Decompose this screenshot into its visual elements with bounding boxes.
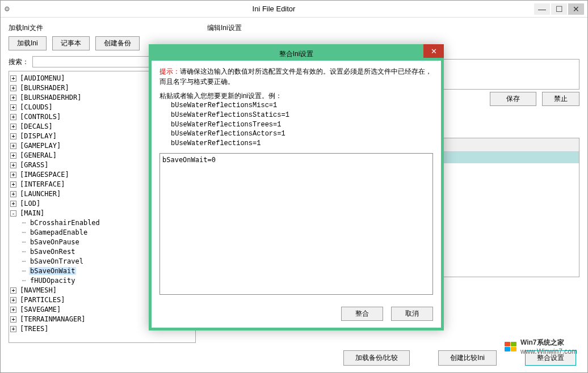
tree-item-label[interactable]: bSaveOnTravel [29, 257, 85, 265]
tree-section-label[interactable]: [LAUNCHER] [19, 190, 62, 198]
expand-icon[interactable]: + [10, 95, 16, 101]
stop-button[interactable]: 禁止 [542, 92, 579, 106]
expand-icon[interactable]: + [10, 191, 16, 197]
example-block: bUseWaterReflectionsMisc=1bUseWaterRefle… [171, 101, 433, 149]
expand-icon[interactable]: + [10, 143, 16, 149]
example-line: bUseWaterReflectionsTrees=1 [171, 120, 433, 130]
expand-icon[interactable]: + [10, 181, 16, 188]
notepad-button[interactable]: 记事本 [52, 36, 90, 50]
example-line: bUseWaterReflectionsActors=1 [171, 129, 433, 139]
expand-icon[interactable]: + [10, 133, 16, 139]
create-backup-button[interactable]: 创建备份 [95, 36, 140, 50]
expand-icon[interactable]: + [10, 326, 16, 332]
tree-section-label[interactable]: [DECALS] [19, 122, 54, 130]
example-line: bUseWaterReflectionsStatics=1 [171, 111, 433, 120]
window-title: Ini File Editor [15, 5, 533, 13]
windows-flag-icon [505, 342, 518, 352]
gear-icon: ⚙ [4, 5, 10, 13]
dialog-title: 整合Ini设置 [279, 49, 314, 59]
hint-text: 提示：请确保这边输入的数值对所选配置文件是有效的。设置必须是所选文件中已经存在，… [159, 66, 433, 87]
edit-group-title: 编辑Ini设置 [207, 23, 579, 33]
watermark-url: www.Winwin7.com [520, 347, 577, 355]
tree-section-label[interactable]: [DISPLAY] [19, 132, 58, 140]
watermark-title: Win7系统之家 [520, 338, 564, 346]
load-backup-compare-button[interactable]: 加载备份/比较 [343, 350, 410, 366]
tree-item-label[interactable]: bSaveOnRest [29, 248, 76, 256]
tree-section-label[interactable]: [GAMEPLAY] [19, 142, 62, 150]
tree-section-label[interactable]: [GENERAL] [19, 151, 58, 159]
titlebar: ⚙ Ini File Editor — ☐ ✕ [1, 1, 587, 18]
tree-section-label[interactable]: [INTERFACE] [19, 180, 66, 188]
paste-label: 粘贴或者输入您想要更新的ini设置。例： [159, 91, 433, 101]
tree-section-label[interactable]: [MAIN] [19, 209, 45, 217]
hint-body: 请确保这边输入的数值对所选配置文件是有效的。设置必须是所选文件中已经存在，而且名… [159, 67, 432, 86]
expand-icon[interactable]: + [10, 104, 16, 111]
example-line: bUseWaterReflections=1 [171, 139, 433, 149]
tree-item-label[interactable]: bSaveOnWait [29, 267, 76, 275]
tree-section-label[interactable]: [BLURSHADER] [19, 84, 70, 92]
tree-section-label[interactable]: [CONTROLS] [19, 113, 62, 121]
search-label: 搜索： [9, 57, 29, 67]
integrate-button[interactable]: 整合 [341, 307, 383, 321]
tree-section-label[interactable]: [NAVMESH] [19, 286, 58, 294]
expand-icon[interactable]: + [10, 124, 16, 130]
expand-icon[interactable]: + [10, 172, 16, 178]
expand-icon[interactable]: + [10, 316, 16, 323]
create-compare-ini-button[interactable]: 创建比较Ini [438, 350, 497, 366]
tree-item-label[interactable]: bCrosshairEnabled [29, 219, 101, 227]
example-line: bUseWaterReflectionsMisc=1 [171, 101, 433, 111]
expand-icon[interactable]: + [10, 85, 16, 91]
minimize-button[interactable]: — [534, 3, 550, 15]
expand-icon[interactable]: + [10, 297, 16, 303]
maximize-button[interactable]: ☐ [551, 3, 567, 15]
tree-section-label[interactable]: [GRASS] [19, 161, 50, 169]
load-ini-button[interactable]: 加载Ini [9, 36, 47, 50]
close-button[interactable]: ✕ [568, 3, 584, 15]
expand-icon[interactable]: + [10, 287, 16, 294]
tree-item-label[interactable]: bSaveOnPause [29, 238, 81, 246]
save-button[interactable]: 保存 [490, 92, 536, 106]
expand-icon[interactable]: + [10, 75, 16, 82]
dialog-body: 提示：请确保这边输入的数值对所选配置文件是有效的。设置必须是所选文件中已经存在，… [152, 61, 441, 302]
tree-section-label[interactable]: [TREES] [19, 325, 50, 333]
tree-section-label[interactable]: [TERRAINMANAGER] [19, 315, 87, 323]
tree-section-label[interactable]: [AUDIOMENU] [19, 74, 66, 82]
tree-item-label[interactable]: bGamepadEnable [29, 228, 89, 236]
collapse-icon[interactable]: - [10, 210, 16, 217]
dialog-titlebar: 整合Ini设置 ✕ [152, 47, 441, 61]
load-group-title: 加载Ini文件 [9, 23, 196, 33]
tree-item-label[interactable]: fHUDOpacity [29, 277, 76, 285]
hint-prefix: 提示： [159, 67, 180, 75]
tree-section-label[interactable]: [IMAGESPACE] [19, 171, 70, 179]
watermark: Win7系统之家 www.Winwin7.com [505, 338, 577, 355]
tree-section-label[interactable]: [BLURSHADERHDR] [19, 94, 82, 101]
expand-icon[interactable]: + [10, 114, 16, 120]
tree-section-label[interactable]: [CLOUDS] [19, 103, 54, 111]
expand-icon[interactable]: + [10, 307, 16, 313]
dialog-button-row: 整合 取消 [152, 302, 441, 328]
expand-icon[interactable]: + [10, 152, 16, 159]
tree-section-label[interactable]: [SAVEGAME] [19, 306, 62, 313]
expand-icon[interactable]: + [10, 201, 16, 207]
dialog-close-button[interactable]: ✕ [423, 44, 444, 58]
tree-section-label[interactable]: [LOD] [19, 200, 41, 207]
cancel-button[interactable]: 取消 [391, 307, 433, 321]
tree-section-label[interactable]: [PARTICLES] [19, 296, 66, 304]
settings-textarea[interactable] [159, 153, 433, 295]
integrate-dialog: 整合Ini设置 ✕ 提示：请确保这边输入的数值对所选配置文件是有效的。设置必须是… [149, 44, 444, 330]
expand-icon[interactable]: + [10, 162, 16, 168]
